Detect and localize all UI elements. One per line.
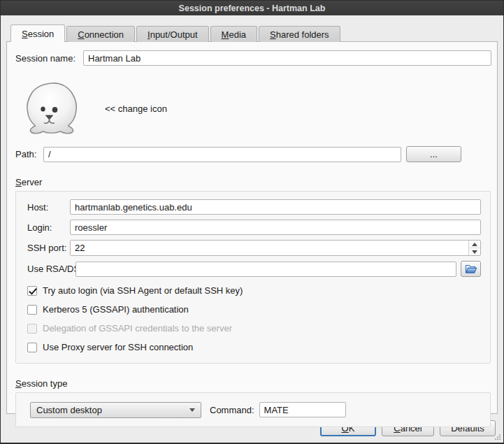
rsa-key-row: Use RSA/DSA key for ssh connection: [27,261,481,277]
auto-login-checkbox[interactable]: Try auto login (via SSH Agent or default… [27,285,481,296]
session-tab-panel: Session name: << change icon [6,41,498,414]
path-row: Path: ... [15,146,491,162]
gssapi-delegation-label: Delegation of GSSAPI credentials to the … [43,323,232,334]
chevron-down-icon [189,408,195,412]
session-type-group: Custom desktop Command: [15,392,491,427]
path-label: Path: [15,149,43,159]
spin-down-button[interactable] [469,248,480,255]
session-name-label: Session name: [15,53,83,64]
ssh-port-input[interactable] [71,241,468,255]
tab-session[interactable]: Session [10,24,65,42]
rsa-key-input[interactable] [75,262,456,277]
ssh-port-spinbox [70,240,481,256]
seal-icon [20,81,84,136]
path-input[interactable] [43,147,401,162]
session-type-group-label: Session type [15,378,67,389]
open-folder-icon [465,264,477,274]
tab-input-output[interactable]: Input/Output [136,26,209,42]
proxy-checkbox[interactable]: Use Proxy server for SSH connection [27,342,481,352]
command-label: Command: [210,405,254,415]
checkbox-box [27,324,37,334]
checkbox-box [27,343,37,352]
ssh-port-label: SSH port: [27,243,70,253]
proxy-label: Use Proxy server for SSH connection [43,342,193,352]
login-row: Login: [27,220,481,235]
login-input[interactable] [70,220,481,235]
spinner-buttons [468,241,480,255]
session-name-input[interactable] [83,50,491,66]
arrow-up-icon [472,243,477,246]
window-title: Session preferences - Hartman Lab [179,3,326,13]
tab-connection[interactable]: Connection [66,26,135,42]
icon-row: << change icon [15,81,491,136]
kerberos-checkbox[interactable]: Kerberos 5 (GSSAPI) authentication [27,304,481,315]
gssapi-delegation-checkbox: Delegation of GSSAPI credentials to the … [27,323,481,334]
session-name-row: Session name: [15,50,491,66]
rsa-key-label: Use RSA/DSA key for ssh connection: [27,264,70,274]
server-group-label: Server [15,177,42,187]
checkbox-box [27,305,37,315]
host-row: Host: [27,199,481,215]
session-preferences-dialog: Session preferences - Hartman Lab Sessio… [0,0,504,444]
titlebar[interactable]: Session preferences - Hartman Lab [1,1,503,15]
path-browse-button[interactable]: ... [406,146,461,162]
ssh-port-row: SSH port: [27,240,481,256]
rsa-key-browse-button[interactable] [461,261,481,277]
change-icon-link[interactable]: << change icon [105,103,167,114]
login-label: Login: [27,222,70,233]
tab-shared-folders[interactable]: Shared folders [259,26,340,42]
command-input[interactable] [259,402,346,417]
session-type-dropdown[interactable]: Custom desktop [30,402,201,418]
spin-up-button[interactable] [469,241,480,248]
tab-media[interactable]: Media [210,26,257,42]
tab-bar: Session Connection Input/Output Media Sh… [10,24,498,41]
resize-grip[interactable] [494,434,501,441]
kerberos-label: Kerberos 5 (GSSAPI) authentication [43,304,189,315]
server-group: Host: Login: SSH port: Use RSA/DSA k [15,191,491,364]
session-type-value: Custom desktop [36,405,189,415]
checkbox-box [27,286,37,296]
auto-login-label: Try auto login (via SSH Agent or default… [43,285,243,296]
host-input[interactable] [70,199,481,215]
arrow-down-icon [472,250,477,254]
host-label: Host: [27,202,70,213]
